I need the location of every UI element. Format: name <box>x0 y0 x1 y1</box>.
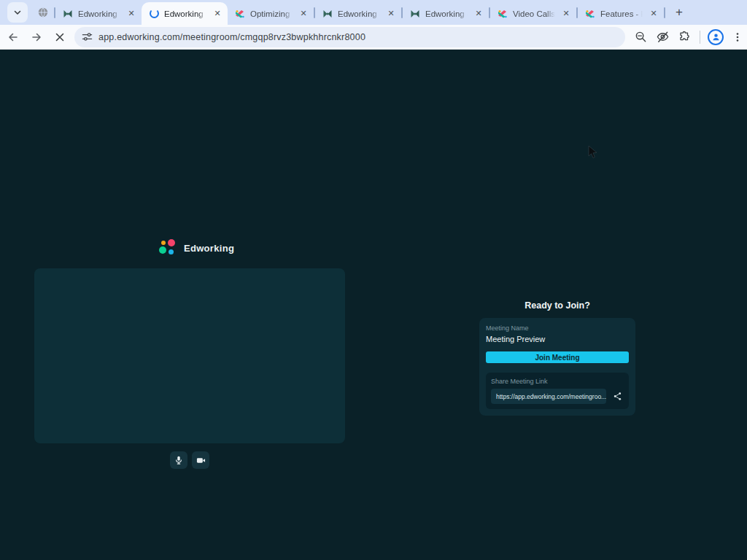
share-button[interactable] <box>611 390 624 403</box>
brand-header: Edworking <box>159 239 234 257</box>
tab-features[interactable]: Features - Edw ✕ <box>578 2 664 25</box>
tab-edworking-active[interactable]: Edworking - All ✕ <box>142 2 228 25</box>
address-bar[interactable]: app.edworking.com/meetingroom/cmgqp8rvz3… <box>74 27 625 47</box>
join-meeting-button[interactable]: Join Meeting <box>486 351 629 363</box>
share-link-label: Share Meeting Link <box>491 378 624 385</box>
brand-name: Edworking <box>184 243 234 254</box>
tab-title: Edworking - All <box>425 9 468 18</box>
privacy-eye-off-button[interactable] <box>653 28 672 47</box>
forward-arrow-icon <box>31 31 42 43</box>
tab-close-button[interactable]: ✕ <box>125 8 137 20</box>
microphone-toggle-button[interactable] <box>170 451 187 469</box>
edworking-favicon-icon <box>322 8 333 20</box>
profile-avatar-icon <box>708 29 724 45</box>
tab-close-button[interactable]: ✕ <box>560 8 572 20</box>
tab-title: Edworking - All <box>78 9 121 18</box>
tab-video-calls[interactable]: Video Calls & M ✕ <box>490 2 576 25</box>
tab-close-button[interactable]: ✕ <box>298 8 309 20</box>
tab-separator <box>664 7 665 18</box>
pinned-tab-globe[interactable] <box>32 1 54 23</box>
tab-close-button[interactable]: ✕ <box>473 8 484 20</box>
back-arrow-icon <box>7 31 19 43</box>
extensions-button[interactable] <box>675 28 694 47</box>
stop-loading-button[interactable] <box>50 27 70 47</box>
loading-spinner-icon <box>148 8 160 20</box>
video-camera-icon <box>196 456 206 465</box>
share-link-box: Share Meeting Link https://app.edworking… <box>486 373 629 409</box>
share-link-input[interactable]: https://app.edworking.com/meetingroo... <box>491 389 606 404</box>
kebab-menu-icon <box>732 32 743 42</box>
tab-close-button[interactable]: ✕ <box>212 8 223 20</box>
edworking-color-favicon-icon <box>497 8 508 20</box>
browser-toolbar: app.edworking.com/meetingroom/cmgqp8rvz3… <box>0 25 747 50</box>
meeting-name-label: Meeting Name <box>486 324 629 332</box>
tab-close-button[interactable]: ✕ <box>385 8 397 20</box>
ready-to-join-title: Ready to Join? <box>479 300 635 311</box>
browser-tab-strip: Edworking - All ✕ Edworking - All ✕ Opti… <box>0 0 747 25</box>
av-controls <box>34 451 345 469</box>
edworking-color-favicon-icon <box>234 8 246 20</box>
profile-button[interactable] <box>706 28 725 47</box>
tab-title: Video Calls & M <box>513 9 556 18</box>
chevron-down-icon <box>13 8 22 17</box>
zoom-out-icon <box>635 31 647 43</box>
tab-edworking-2[interactable]: Edworking - All ✕ <box>315 2 401 25</box>
edworking-color-favicon-icon <box>584 8 596 20</box>
toolbar-separator <box>700 31 700 44</box>
url-text[interactable]: app.edworking.com/meetingroom/cmgqp8rvz3… <box>98 32 365 42</box>
forward-button[interactable] <box>26 27 47 47</box>
zoom-out-button[interactable] <box>631 28 650 47</box>
microphone-icon <box>174 456 183 464</box>
join-card: Meeting Name Meeting Preview Join Meetin… <box>479 318 635 416</box>
tab-title: Features - Edw <box>600 9 643 18</box>
tab-close-button[interactable]: ✕ <box>648 8 659 20</box>
toolbar-actions <box>631 28 747 47</box>
close-x-icon <box>55 32 65 42</box>
puzzle-icon <box>678 31 691 44</box>
tab-edworking-3[interactable]: Edworking - All ✕ <box>403 2 489 25</box>
mouse-cursor <box>588 145 598 163</box>
camera-toggle-button[interactable] <box>192 451 209 469</box>
meeting-room-page: Edworking Ready to Join? Meeting Name Me… <box>0 50 747 560</box>
browser-menu-button[interactable] <box>728 28 747 47</box>
globe-icon <box>37 7 49 18</box>
camera-preview-panel <box>34 268 345 443</box>
join-panel: Ready to Join? Meeting Name Meeting Prev… <box>479 300 635 416</box>
tab-search-button[interactable] <box>7 2 28 23</box>
eye-off-icon <box>656 30 670 44</box>
tab-optimizing-tea[interactable]: Optimizing Tea ✕ <box>228 2 314 25</box>
edworking-favicon-icon <box>409 8 421 20</box>
meeting-name-value: Meeting Preview <box>486 335 629 343</box>
back-button[interactable] <box>3 27 23 47</box>
edworking-favicon-icon <box>62 8 74 20</box>
share-icon <box>613 392 622 401</box>
edworking-logo-icon <box>159 239 177 257</box>
tab-title: Optimizing Tea <box>250 9 293 18</box>
site-settings-icon <box>82 31 93 42</box>
tab-title: Edworking - All <box>338 9 381 18</box>
tab-edworking-1[interactable]: Edworking - All ✕ <box>55 2 142 25</box>
new-tab-button[interactable]: + <box>670 3 689 22</box>
tab-title: Edworking - All <box>164 9 207 18</box>
